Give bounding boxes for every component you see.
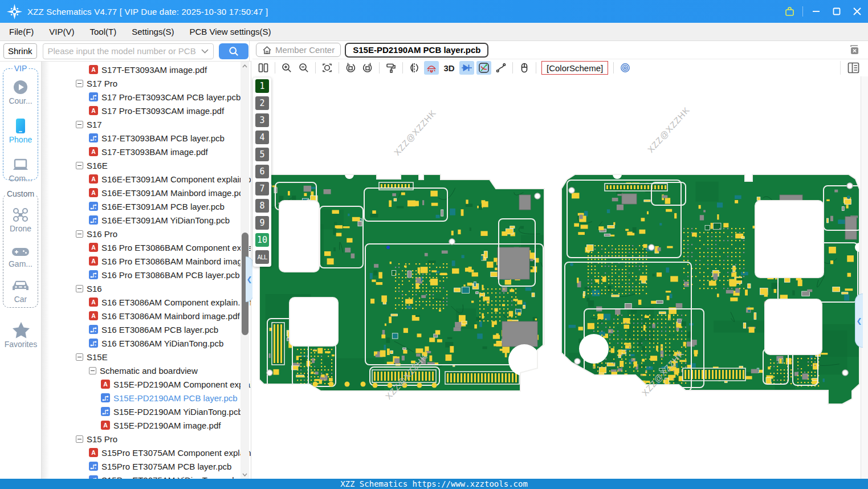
tree-group-s17[interactable]: S17 <box>42 117 242 131</box>
tree-group-s15e[interactable]: S15E <box>42 350 242 364</box>
tool-rotate-right-icon[interactable] <box>360 61 375 75</box>
menu-settings[interactable]: Settings(S) <box>132 27 174 36</box>
minimize-button[interactable] <box>809 4 824 19</box>
layer-button-6[interactable]: 6 <box>255 165 269 178</box>
tool-lamp-icon[interactable] <box>424 61 439 75</box>
layer-panel-icon[interactable] <box>847 62 859 74</box>
layer-button-1[interactable]: 1 <box>255 79 269 93</box>
layer-button-5[interactable]: 5 <box>255 148 269 161</box>
tree-file-s17-et3093bam-image-pdf[interactable]: AS17-ET3093BAM image.pdf <box>42 145 242 158</box>
tree-file-s15e-pd2190am-pcb-layer-pcb[interactable]: S15E-PD2190AM PCB layer.pcb <box>42 391 242 405</box>
tree-file-s16e-et3091am-yidiantong-pcb[interactable]: S16E-ET3091AM YiDianTong.pcb <box>42 213 242 227</box>
menu-pcb-view-settings[interactable]: PCB View settings(S) <box>189 27 271 36</box>
tree-file-s15e-pd2190am-yidiantong-pcb[interactable]: S15E-PD2190AM YiDianTong.pcb <box>42 405 242 418</box>
color-scheme-button[interactable]: [ColorScheme] <box>541 61 608 75</box>
layer-button-8[interactable]: 8 <box>255 199 269 213</box>
layer-button-all[interactable]: ALL <box>255 250 269 264</box>
paint-roller-icon <box>385 62 397 74</box>
tool-fit-screen-icon[interactable] <box>320 61 335 75</box>
member-center-button[interactable]: Member Center <box>256 43 341 57</box>
tree-file-s16e-et3091am-mainbord-image-pdf[interactable]: AS16E-ET3091AM Mainbord image.pdf <box>42 186 242 199</box>
tree-item-label: S15 Pro <box>87 434 117 444</box>
tool-3d-view[interactable]: 3D <box>441 61 457 75</box>
collapse-icon[interactable] <box>76 435 83 443</box>
layer-button-3[interactable]: 3 <box>255 113 269 127</box>
play-circle-icon <box>13 79 28 95</box>
tree-file-s16-pro-et3086bam-component-explain-pdf[interactable]: AS16 Pro ET3086BAM Component explain.pdf <box>42 241 242 254</box>
tool-probe-icon[interactable] <box>476 61 491 75</box>
tree-file-s15pro-et3075am-yidiantong-pcb[interactable]: S15Pro ET3075AM YiDianTong.pcb <box>42 473 242 479</box>
collapse-icon[interactable] <box>76 230 83 238</box>
pcb-canvas[interactable]: XZZ@XZZHKXZZ@XZZHKXZZ@XZZHKXZZ@XZZHK <box>252 76 861 479</box>
menu-file[interactable]: File(F) <box>9 27 34 36</box>
layer-button-2[interactable]: 2 <box>255 96 269 110</box>
tree-group-schematic-and-boardview[interactable]: Schematic and boardview <box>42 364 242 377</box>
tool-zoom-out-icon[interactable] <box>296 61 311 75</box>
license-icon[interactable] <box>782 4 797 19</box>
menu-tool[interactable]: Tool(T) <box>90 27 117 36</box>
tree-group-s17-pro[interactable]: S17 Pro <box>42 76 242 90</box>
collapse-icon[interactable] <box>76 162 83 169</box>
tree-file-s16-et3086am-pcb-layer-pcb[interactable]: S16 ET3086AM PCB layer.pcb <box>42 323 242 336</box>
tree-file-s16-et3086am-mainbord-image-pdf[interactable]: AS16 ET3086AM Mainbord image.pdf <box>42 309 242 323</box>
model-tree: AS17T-ET3093AM image.pdfS17 ProS17 Pro-E… <box>42 61 251 479</box>
pdf-file-icon: A <box>101 421 110 430</box>
tree-file-s17-pro-et3093cam-pcb-layer-pcb[interactable]: S17 Pro-ET3093CAM PCB layer.pcb <box>42 90 242 104</box>
close-tabs-icon[interactable] <box>849 44 860 56</box>
collapse-icon[interactable] <box>76 80 83 87</box>
tool-target-rings-icon[interactable] <box>618 61 633 75</box>
shrink-button[interactable]: Shrink <box>3 43 37 59</box>
tool-split-view-icon[interactable] <box>256 61 271 75</box>
layer-button-10[interactable]: 10 <box>255 233 269 247</box>
collapse-icon[interactable] <box>76 353 83 361</box>
sidebar-item-courses[interactable]: Cour... <box>3 79 38 105</box>
tool-rotate-left-icon[interactable] <box>343 61 358 75</box>
layer-button-4[interactable]: 4 <box>255 131 269 144</box>
chevron-down-icon[interactable] <box>201 49 209 54</box>
tree-file-s15e-pd2190am-image-pdf[interactable]: AS15E-PD2190AM image.pdf <box>42 418 242 432</box>
sidebar-item-favorites[interactable]: Favorites <box>0 321 42 349</box>
sidebar-item-phone[interactable]: Phone <box>3 118 38 144</box>
tree-group-s16-pro[interactable]: S16 Pro <box>42 227 242 241</box>
tree-file-s15pro-et3075am-pcb-layer-pcb[interactable]: S15Pro ET3075AM PCB layer.pcb <box>42 459 242 473</box>
tree-file-s16-et3086am-yidiantong-pcb[interactable]: S16 ET3086AM YiDianTong.pcb <box>42 336 242 350</box>
tab-active-pcb[interactable]: S15E-PD2190AM PCB layer.pcb <box>345 43 488 58</box>
search-input[interactable]: Please input the model number or PCB <box>43 43 214 59</box>
tree-file-s16-et3086am-component-explain-pdf[interactable]: AS16 ET3086AM Component explain.pdf <box>42 295 242 309</box>
tree-file-s16-pro-et3086bam-mainbord-image-pdf[interactable]: AS16 Pro ET3086BAM Mainbord image.pdf <box>42 254 242 268</box>
menu-vip[interactable]: VIP(V) <box>49 27 74 36</box>
tree-file-s15e-pd2190am-component-explain-pdf[interactable]: AS15E-PD2190AM Component explain.pdf <box>42 377 242 391</box>
tool-paint-roller-icon[interactable] <box>384 61 398 75</box>
sidebar-item-game[interactable]: Gam... <box>3 246 38 268</box>
scroll-up-icon[interactable] <box>241 62 249 71</box>
tree-file-s16-pro-et3086bam-pcb-layer-pcb[interactable]: S16 Pro ET3086BAM PCB layer.pcb <box>42 268 242 282</box>
tool-zoom-in-icon[interactable] <box>279 61 294 75</box>
tree-group-s16[interactable]: S16 <box>42 282 242 295</box>
tool-curve-icon[interactable] <box>494 61 508 75</box>
tool-mirror-flip-icon[interactable] <box>407 61 422 75</box>
tree-file-s17-et3093bam-pcb-layer-pcb[interactable]: S17-ET3093BAM PCB layer.pcb <box>42 131 242 145</box>
tree-group-s15-pro[interactable]: S15 Pro <box>42 432 242 446</box>
tree-file-s17-pro-et3093cam-image-pdf[interactable]: AS17 Pro-ET3093CAM image.pdf <box>42 104 242 117</box>
layer-button-9[interactable]: 9 <box>255 216 269 230</box>
tool-diode-arrow-icon[interactable] <box>459 61 474 75</box>
sidebar-item-computer[interactable]: Com... <box>3 158 38 183</box>
collapse-right-panel-handle[interactable]: ❮ <box>855 294 863 348</box>
sidebar-item-car[interactable]: Car <box>3 279 38 304</box>
tree-file-s16e-et3091am-pcb-layer-pcb[interactable]: S16E-ET3091AM PCB layer.pcb <box>42 199 242 213</box>
tree-file-s16e-et3091am-component-explain-pdf[interactable]: AS16E-ET3091AM Component explain.pdf <box>42 172 242 186</box>
tool-mouse-icon[interactable] <box>517 61 532 75</box>
close-button[interactable] <box>850 4 865 19</box>
tree-file-s15pro-et3075am-component-explain-pdf[interactable]: AS15Pro ET3075AM Component explain.pdf <box>42 446 242 459</box>
scroll-down-icon[interactable] <box>241 470 249 479</box>
collapse-icon[interactable] <box>76 285 83 292</box>
pdf-file-icon: A <box>89 147 98 156</box>
collapse-icon[interactable] <box>76 121 83 128</box>
collapse-icon[interactable] <box>89 367 96 374</box>
tree-group-s16e[interactable]: S16E <box>42 158 242 172</box>
sidebar-item-drone[interactable]: Drone <box>3 207 38 233</box>
layer-button-7[interactable]: 7 <box>255 182 269 195</box>
search-button[interactable] <box>219 43 248 59</box>
maximize-button[interactable] <box>829 4 844 19</box>
tree-file-s17t-et3093am-image-pdf[interactable]: AS17T-ET3093AM image.pdf <box>42 63 242 76</box>
